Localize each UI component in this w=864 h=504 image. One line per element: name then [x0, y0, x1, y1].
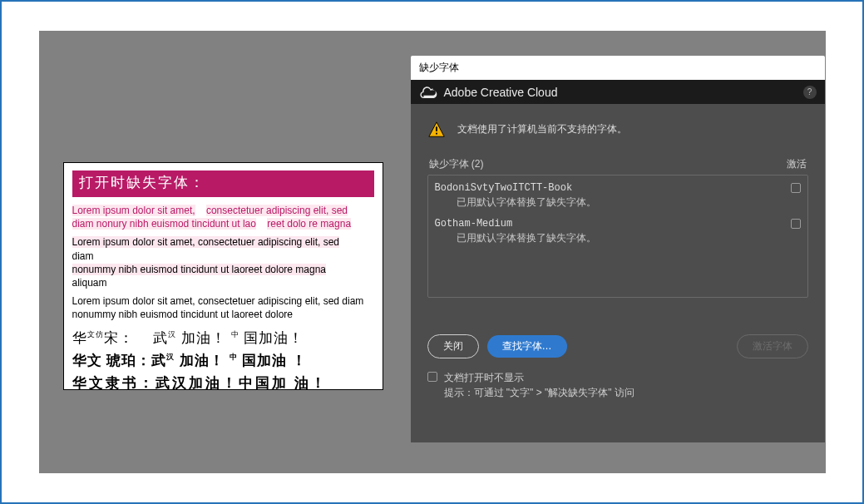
activate-checkbox[interactable]: [791, 219, 801, 229]
dont-show-checkbox[interactable]: [427, 372, 437, 382]
font-sub: 已用默认字体替换了缺失字体。: [435, 231, 801, 245]
font-name: Gotham-Medium: [435, 218, 513, 230]
font-name: BodoniSvtyTwoITCTT-Book: [435, 182, 573, 194]
dont-show-label: 文档打开时不显示: [444, 372, 524, 383]
svg-rect-1: [436, 133, 437, 135]
doc-cn-1: 华文仿宋： 武汉 加油！ 中 国加油！: [72, 329, 374, 348]
dialog-header-text: Adobe Creative Cloud: [444, 86, 558, 99]
dialog-actions: 关闭 查找字体… 激活字体: [427, 334, 808, 358]
dialog-title: 缺少字体: [411, 56, 825, 80]
creative-cloud-icon: [419, 85, 437, 99]
dialog-header: Adobe Creative Cloud ?: [411, 80, 825, 104]
help-button[interactable]: ?: [803, 86, 817, 99]
notice-row: 文档使用了计算机当前不支持的字体。: [427, 114, 808, 154]
font-item: BodoniSvtyTwoITCTT-Book 已用默认字体替换了缺失字体。: [435, 180, 801, 216]
doc-cn-3: 华文隶书：武汉加油！中国加 油！: [72, 374, 374, 393]
missing-fonts-dialog: 缺少字体 Adobe Creative Cloud ? 文档使用了计算机当前不支…: [411, 56, 825, 442]
close-button[interactable]: 关闭: [427, 334, 479, 358]
font-list-header: 缺少字体 (2) 激活: [427, 154, 808, 175]
font-list: BodoniSvtyTwoITCTT-Book 已用默认字体替换了缺失字体。 G…: [427, 175, 808, 298]
list-header-left: 缺少字体 (2): [429, 157, 484, 171]
activate-fonts-button: 激活字体: [737, 334, 808, 358]
doc-title-bar: 打开时缺失字体：: [72, 170, 374, 197]
dialog-body: 文档使用了计算机当前不支持的字体。 缺少字体 (2) 激活 BodoniSvty…: [411, 104, 825, 442]
font-sub: 已用默认字体替换了缺失字体。: [435, 195, 801, 210]
doc-para-3: Lorem ipsum dolor sit amet, consectetuer…: [72, 294, 374, 321]
find-fonts-button[interactable]: 查找字体…: [487, 335, 567, 358]
footer-hint: 提示：可通过 "文字" > "解决缺失字体" 访问: [444, 387, 634, 398]
doc-cn-2: 华文 琥珀：武汉 加油！ 中 国加油 ！: [72, 352, 374, 371]
dialog-footer: 文档打开时不显示 提示：可通过 "文字" > "解决缺失字体" 访问: [427, 370, 808, 400]
warning-icon: [427, 121, 446, 139]
activate-checkbox[interactable]: [791, 183, 801, 193]
font-item: Gotham-Medium 已用默认字体替换了缺失字体。: [435, 216, 801, 252]
doc-para-1: Lorem ipsum dolor sit amet, consectetuer…: [72, 204, 374, 230]
svg-rect-0: [436, 126, 437, 131]
list-header-right: 激活: [787, 157, 807, 171]
document-preview: 打开时缺失字体： Lorem ipsum dolor sit amet, con…: [63, 162, 383, 390]
doc-para-2: Lorem ipsum dolor sit amet, consectetuer…: [72, 235, 374, 289]
notice-text: 文档使用了计算机当前不支持的字体。: [457, 121, 627, 136]
